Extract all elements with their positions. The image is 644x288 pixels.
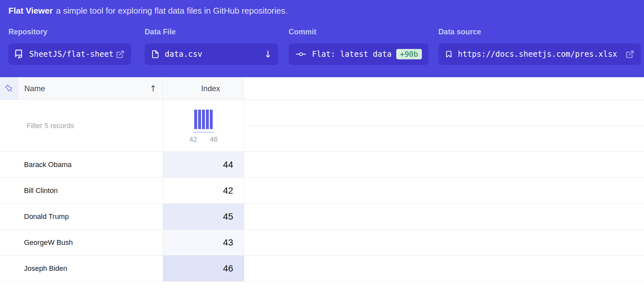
index-filter-cell: 42 46	[163, 100, 244, 151]
histogram-bar	[210, 110, 213, 129]
name-cell: Joseph Biden	[0, 256, 163, 281]
app-title: Flat Viewer	[8, 6, 53, 16]
data-file-control: Data File data.csv ↓	[145, 28, 278, 65]
histogram-brush-line	[193, 132, 214, 133]
index-cell: 42	[163, 178, 244, 203]
file-icon	[151, 50, 160, 59]
data-file-label: Data File	[145, 28, 278, 36]
name-filter-input[interactable]	[0, 100, 163, 151]
sticky-column-toggle[interactable]	[0, 77, 18, 100]
data-source-label: Data source	[438, 28, 641, 36]
app-subtitle: a simple tool for exploring flat data fi…	[56, 6, 288, 16]
filler-row-line	[244, 100, 644, 126]
repository-control: Repository SheetJS/flat-sheet	[8, 28, 131, 65]
table-row: Donald Trump 45	[0, 204, 644, 230]
histogram-bar	[194, 110, 197, 129]
app-header: Flat Viewera simple tool for exploring f…	[0, 0, 644, 77]
filter-filler	[244, 100, 644, 151]
table-row: Barack Obama 44	[0, 152, 644, 178]
external-link-icon	[116, 50, 125, 59]
grid-header-row: Name ↑ Index	[0, 77, 644, 100]
row-filler	[244, 204, 644, 229]
histogram-max-label: 46	[210, 135, 218, 144]
commit-value: Flat: latest data	[312, 50, 392, 59]
repository-label: Repository	[8, 28, 131, 36]
repository-value: SheetJS/flat-sheet	[29, 50, 113, 59]
pushpin-icon	[4, 83, 14, 94]
app-title-row: Flat Viewera simple tool for exploring f…	[0, 5, 644, 17]
row-filler	[244, 256, 644, 281]
name-cell: Barack Obama	[0, 152, 163, 177]
header-filler	[244, 77, 644, 100]
histogram-axis-labels: 42 46	[189, 135, 218, 144]
histogram-bars	[194, 110, 213, 129]
name-cell: Donald Trump	[0, 204, 163, 229]
sort-ascending-icon: ↑	[149, 84, 157, 93]
data-file-selector[interactable]: data.csv ↓	[145, 43, 278, 65]
row-filler	[244, 178, 644, 203]
name-filter-cell	[0, 100, 163, 151]
column-header-name-label: Name	[24, 84, 45, 93]
row-filler	[244, 230, 644, 255]
download-icon[interactable]: ↓	[264, 49, 272, 60]
bottom-strip	[0, 282, 644, 288]
data-file-value: data.csv	[165, 50, 202, 59]
data-grid: Name ↑ Index 42 46 Barack Oba	[0, 77, 644, 288]
table-row: Joseph Biden 46	[0, 256, 644, 282]
index-cell: 45	[163, 204, 244, 229]
filter-row: 42 46	[0, 100, 644, 152]
repo-icon	[15, 50, 24, 59]
commit-control: Commit Flat: latest data +90b	[289, 28, 428, 65]
histogram-bar	[202, 110, 205, 129]
column-header-index[interactable]: Index	[162, 77, 244, 100]
data-source-link[interactable]: https://docs.sheetjs.com/pres.xlsx	[438, 43, 641, 65]
data-source-control: Data source https://docs.sheetjs.com/pre…	[438, 28, 641, 65]
data-source-value: https://docs.sheetjs.com/pres.xlsx	[458, 50, 617, 59]
commit-label: Commit	[289, 28, 428, 36]
column-header-name[interactable]: Name ↑	[18, 77, 162, 100]
name-cell: Bill Clinton	[0, 178, 163, 203]
controls-bar: Repository SheetJS/flat-sheet Data File …	[0, 28, 644, 65]
bookmark-icon	[445, 50, 453, 59]
table-row: Bill Clinton 42	[0, 178, 644, 204]
grid-body: Barack Obama 44 Bill Clinton 42 Donald T…	[0, 152, 644, 282]
index-cell: 43	[163, 230, 244, 255]
histogram-bar	[198, 110, 201, 129]
commit-selector[interactable]: Flat: latest data +90b	[289, 43, 428, 65]
index-cell: 46	[163, 256, 244, 281]
row-filler	[244, 152, 644, 177]
histogram-bar	[206, 110, 209, 129]
repository-button[interactable]: SheetJS/flat-sheet	[8, 43, 131, 65]
external-link-icon	[626, 50, 634, 59]
histogram-min-label: 42	[189, 135, 197, 144]
index-cell: 44	[163, 152, 244, 177]
name-cell: GeorgeW Bush	[0, 230, 163, 255]
commit-diff-badge: +90b	[396, 49, 422, 59]
index-histogram[interactable]: 42 46	[189, 110, 218, 151]
column-header-index-label: Index	[201, 84, 220, 93]
commit-icon	[295, 50, 307, 59]
table-row: GeorgeW Bush 43	[0, 230, 644, 256]
